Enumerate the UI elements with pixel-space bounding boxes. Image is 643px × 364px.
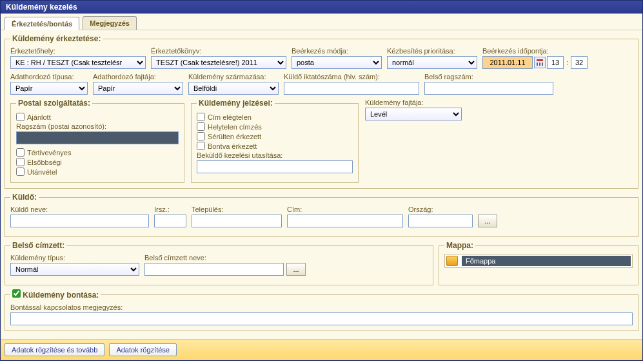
checkbox-helytelen-cimzes[interactable]	[197, 122, 205, 131]
fieldset-arrival: Küldemény érkeztetése: Érkeztetőhely: KE…	[5, 34, 638, 189]
input-date[interactable]	[482, 56, 533, 69]
label-kuldo-iktatoszam: Küldő iktatószáma (hiv. szám):	[284, 73, 419, 81]
action-bar: Adatok rögzítése és tovább Adatok rögzít…	[1, 339, 642, 360]
label-prioritas: Kézbesítés prioritása:	[387, 47, 477, 55]
legend-postal: Postai szolgáltatás:	[16, 99, 92, 108]
input-ragszam[interactable]	[16, 131, 179, 144]
folder-label: Főmappa	[462, 256, 631, 266]
input-belso-ragszam[interactable]	[424, 82, 553, 95]
label-belso-ragszam: Belső ragszám:	[424, 73, 553, 81]
label-orszag: Ország:	[408, 206, 473, 213]
tab-megjegyzes[interactable]: Megjegyzés	[83, 16, 137, 30]
folder-row[interactable]: Főmappa	[444, 254, 633, 268]
label-serulten-erkezett: Sérülten érkezett	[208, 133, 261, 140]
label-ragszam: Ragszám (postai azonosító):	[16, 122, 179, 130]
checkbox-bontva-erkezett[interactable]	[197, 142, 205, 150]
calendar-icon[interactable]	[534, 57, 546, 68]
label-kuldo-neve: Küldő neve:	[10, 206, 149, 213]
input-bontas-megjegyzes[interactable]	[10, 312, 633, 325]
legend-open: Küldemény bontása:	[10, 289, 101, 300]
label-telepules: Település:	[192, 206, 282, 213]
input-orszag[interactable]	[408, 215, 473, 227]
legend-recipient: Belső címzett:	[10, 241, 66, 250]
time-separator: :	[565, 59, 569, 66]
label-cim-elegtelen: Cím elégtelen	[208, 113, 252, 121]
window: Küldemény kezelés Érkeztetés/bontás Megj…	[0, 0, 643, 361]
label-ajanlott: Ajánlott	[27, 113, 51, 121]
checkbox-utanvetel[interactable]	[16, 168, 25, 176]
label-tertivevenyes: Tértivevényes	[27, 149, 71, 157]
checkbox-serulten-erkezett[interactable]	[197, 132, 205, 140]
checkbox-ajanlott[interactable]	[16, 113, 25, 121]
checkbox-cim-elegtelen[interactable]	[197, 113, 205, 121]
label-bontas-megjegyzes: Bontással kapcsolatos megjegyzés:	[10, 303, 633, 311]
label-bontas: Küldemény bontása:	[23, 291, 99, 300]
label-helytelen-cimzes: Helytelen címzés	[208, 123, 262, 131]
label-erkeztetokonyv: Érkeztetőkönyv:	[151, 47, 286, 55]
save-next-button[interactable]: Adatok rögzítése és tovább	[5, 343, 104, 356]
checkbox-bontas[interactable]	[12, 289, 21, 298]
tab-erkeztetes[interactable]: Érkeztetés/bontás	[5, 17, 79, 30]
label-beerkezes-modja: Beérkezés módja:	[292, 47, 382, 55]
fieldset-postal: Postai szolgáltatás: Ajánlott Ragszám (p…	[10, 99, 184, 183]
label-utasitas: Beküldő kezelési utasítása:	[197, 151, 353, 159]
label-utanvetel: Utánvétel	[27, 168, 57, 176]
fieldset-open: Küldemény bontása: Bontással kapcsolatos…	[5, 289, 638, 331]
label-erkeztetohely: Érkeztetőhely:	[10, 47, 146, 55]
select-prioritas[interactable]: normál	[387, 56, 477, 69]
tab-content: Küldemény érkeztetése: Érkeztetőhely: KE…	[1, 30, 642, 339]
input-telepules[interactable]	[192, 215, 282, 227]
select-fajta[interactable]: Levél	[365, 108, 462, 120]
fieldset-recipient: Belső címzett: Küldemény típus: Normál B…	[5, 241, 433, 285]
input-irsz[interactable]	[154, 215, 186, 227]
legend-markings: Küldemény jelzései:	[197, 99, 275, 108]
label-cim: Cím:	[287, 206, 403, 213]
browse-recipient-button[interactable]: ...	[286, 263, 306, 276]
input-minute[interactable]	[571, 56, 588, 69]
label-bontva-erkezett: Bontva érkezett	[208, 142, 257, 150]
label-irsz: Irsz.:	[154, 206, 186, 213]
label-fajta: Küldemény fajtája:	[365, 99, 462, 106]
input-kuldo-iktatoszam[interactable]	[284, 82, 419, 95]
select-kuldemeny-tipus[interactable]: Normál	[10, 263, 139, 276]
input-hour[interactable]	[547, 56, 564, 69]
legend-sender: Küldő:	[10, 193, 39, 202]
input-cim[interactable]	[287, 215, 403, 227]
fieldset-sender: Küldő: Küldő neve: Irsz.: Település: Cím…	[5, 193, 638, 237]
legend-folder: Mappa:	[444, 241, 475, 250]
tab-bar: Érkeztetés/bontás Megjegyzés	[1, 14, 642, 30]
fieldset-folder: Mappa: Főmappa	[439, 241, 638, 285]
select-beerkezes-modja[interactable]: posta	[292, 56, 382, 69]
window-title: Küldemény kezelés	[1, 1, 642, 14]
label-szarmazas: Küldemény származása:	[188, 73, 279, 81]
label-elsobbsegi: Elsőbbségi	[27, 158, 62, 166]
label-adathordozo-tipus: Adathordozó típusa:	[10, 73, 88, 81]
label-kuldemeny-tipus: Küldemény típus:	[10, 254, 139, 262]
fieldset-markings: Küldemény jelzései: Cím elégtelen Helyte…	[191, 99, 359, 183]
select-erkeztetohely[interactable]: KE : RH / TESZT (Csak tesztelésr	[10, 56, 146, 69]
label-adathordozo-fajta: Adathordozó fajtája:	[93, 73, 183, 81]
label-idopont: Beérkezés időpontja:	[482, 47, 588, 55]
checkbox-tertivevenyes[interactable]	[16, 148, 25, 157]
select-erkeztetokonyv[interactable]: TESZT (Csak tesztelésre!) 2011	[151, 56, 286, 69]
save-button[interactable]: Adatok rögzítése	[109, 343, 177, 356]
input-utasitas[interactable]	[197, 160, 353, 173]
label-belso-cimzett-neve: Belső címzett neve:	[144, 254, 306, 262]
folder-icon	[446, 256, 458, 266]
input-belso-cimzett-neve[interactable]	[144, 263, 284, 276]
legend-arrival: Küldemény érkeztetése:	[10, 34, 103, 43]
select-szarmazas[interactable]: Belföldi	[188, 82, 279, 95]
browse-sender-button[interactable]: ...	[478, 215, 497, 227]
select-adathordozo-fajta[interactable]: Papír	[93, 82, 183, 95]
input-kuldo-neve[interactable]	[10, 215, 149, 227]
select-adathordozo-tipus[interactable]: Papír	[10, 82, 88, 95]
checkbox-elsobbsegi[interactable]	[16, 158, 25, 166]
